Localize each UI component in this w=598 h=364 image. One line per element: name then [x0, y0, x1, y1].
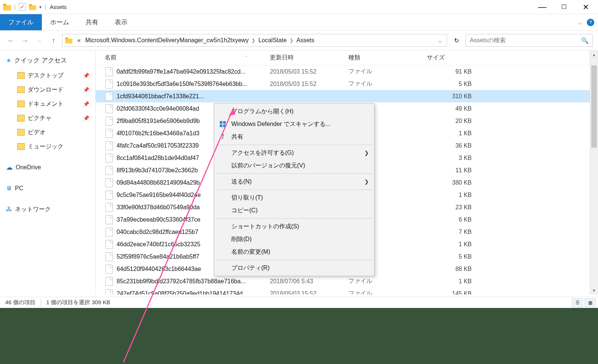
file-name: 85c231bb9f9bdfd23792c4785fb37b88ae716ba.…: [117, 278, 270, 285]
menu-open-with[interactable]: プログラムから開く(H): [215, 105, 373, 118]
file-icon: [105, 277, 113, 286]
pin-icon: 📌: [83, 87, 89, 93]
column-name[interactable]: 名前˄: [96, 54, 270, 62]
status-item-count: 46 個の項目: [0, 299, 41, 306]
file-icon: [105, 67, 113, 76]
address-dropdown-icon[interactable]: ⌵: [436, 37, 444, 44]
file-date: 2018/05/03 15:52: [270, 290, 348, 295]
file-icon: [105, 80, 113, 89]
tab-share[interactable]: 共有: [77, 14, 107, 30]
menu-send-to[interactable]: 送る(N)❯: [215, 175, 373, 188]
file-icon: [105, 141, 113, 150]
sidebar-onedrive[interactable]: ☁ OneDrive: [0, 160, 95, 175]
address-bar[interactable]: « Microsoft.Windows.ContentDeliveryManag…: [62, 34, 447, 47]
qat-dropdown-icon[interactable]: ▾: [39, 4, 41, 10]
menu-rename[interactable]: 名前の変更(M): [215, 246, 373, 258]
menu-cut[interactable]: 切り取り(T): [215, 191, 373, 204]
sidebar-item-videos[interactable]: ビデオ: [0, 125, 95, 139]
file-size: 91 KB: [427, 68, 475, 75]
menu-separator: [216, 260, 373, 260]
annotation-band: [0, 308, 598, 364]
menu-properties[interactable]: プロパティ(R): [215, 262, 373, 274]
menu-copy[interactable]: コピー(C): [215, 204, 373, 217]
file-row[interactable]: 1cfd9344081bbacf7e1338e221...310 KB: [96, 90, 598, 102]
chevron-right-icon[interactable]: ❯: [289, 38, 294, 43]
column-date[interactable]: 更新日時: [270, 54, 348, 62]
sidebar-item-downloads[interactable]: ダウンロード 📌: [0, 83, 95, 97]
qat-checkbox-icon[interactable]: ✓: [19, 3, 26, 11]
scroll-thumb[interactable]: [591, 65, 597, 148]
file-size: 1 KB: [427, 241, 475, 248]
forward-button[interactable]: →: [19, 35, 31, 46]
file-icon: [105, 191, 113, 200]
scroll-down-icon[interactable]: ▼: [590, 286, 598, 294]
vertical-scrollbar[interactable]: ▲ ▼: [590, 50, 598, 294]
pc-icon: 🖥: [6, 185, 12, 192]
menu-defender-scan[interactable]: Windows Defender でスキャンする...: [215, 118, 373, 130]
up-button[interactable]: ↑: [48, 35, 59, 46]
scroll-up-icon[interactable]: ▲: [590, 50, 598, 59]
breadcrumb-2[interactable]: Assets: [294, 37, 317, 44]
menu-grant-access[interactable]: アクセスを許可する(G)❯: [215, 146, 373, 159]
qat-folder-icon[interactable]: [29, 4, 36, 10]
menu-create-shortcut[interactable]: ショートカットの作成(S): [215, 220, 373, 233]
folder-icon: [17, 101, 25, 107]
minimize-button[interactable]: —: [531, 0, 553, 14]
menu-share[interactable]: ⤴ 共有: [215, 130, 373, 143]
file-row[interactable]: 1c0918e393bcf5df3a6e150fe7539f8764eb63bb…: [96, 78, 598, 90]
menu-delete[interactable]: 削除(D): [215, 233, 373, 246]
file-size: 1 KB: [427, 192, 475, 198]
file-size: 36 KB: [427, 142, 475, 149]
sidebar-item-documents[interactable]: ドキュメント 📌: [0, 97, 95, 111]
sidebar-item-pictures[interactable]: ピクチャ 📌: [0, 111, 95, 125]
file-row[interactable]: 0afdf2fb99fa97ffe1a47ba6942e091325fac82c…: [96, 65, 598, 78]
search-box[interactable]: 🔍: [466, 34, 593, 47]
breadcrumb-prefix[interactable]: «: [75, 37, 83, 44]
search-icon[interactable]: 🔍: [581, 37, 589, 44]
maximize-button[interactable]: ☐: [553, 0, 575, 14]
search-input[interactable]: [470, 37, 581, 44]
svg-rect-9: [223, 124, 226, 127]
file-date: 2018/05/03 15:52: [270, 81, 348, 87]
svg-rect-0: [3, 5, 11, 10]
tab-view[interactable]: 表示: [107, 14, 136, 30]
ribbon-collapse-icon[interactable]: ⌵: [576, 18, 585, 27]
status-bar: 46 個の項目 1 個の項目を選択 309 KB ☰ ▦: [0, 297, 598, 308]
svg-rect-5: [65, 37, 68, 39]
history-dropdown[interactable]: ⌵: [34, 35, 45, 46]
file-date: 2018/07/06 5:43: [270, 278, 348, 285]
menu-previous-versions[interactable]: 以前のバージョンの復元(V): [215, 159, 373, 172]
sidebar-pc[interactable]: 🖥 PC: [0, 181, 95, 195]
sidebar-network[interactable]: 🖧 ネットワーク: [0, 202, 95, 216]
breadcrumb-1[interactable]: LocalState: [256, 37, 289, 44]
menu-separator: [216, 189, 373, 190]
file-type: ファイル: [348, 80, 427, 88]
breadcrumb-0[interactable]: Microsoft.Windows.ContentDeliveryManager…: [83, 37, 251, 44]
help-icon[interactable]: ?: [587, 19, 594, 26]
back-button[interactable]: ←: [5, 35, 16, 46]
tab-home[interactable]: ホーム: [42, 14, 77, 30]
view-thumbnails-button[interactable]: ▦: [585, 298, 596, 307]
file-size: 23 KB: [427, 204, 475, 211]
refresh-button[interactable]: ↻: [450, 34, 463, 47]
file-row[interactable]: 85c231bb9f9bdfd23792c4785fb37b88ae716ba.…: [96, 275, 598, 287]
file-icon: [105, 265, 113, 274]
tab-file[interactable]: ファイル: [0, 14, 42, 30]
file-icon: [105, 104, 113, 113]
svg-rect-8: [220, 124, 222, 127]
file-type: ファイル: [348, 290, 427, 294]
file-icon: [105, 117, 113, 126]
file-size: 5 KB: [427, 81, 475, 87]
svg-rect-3: [29, 4, 32, 6]
sidebar-item-music[interactable]: ミュージック: [0, 139, 95, 154]
sidebar-item-desktop[interactable]: デスクトップ 📌: [0, 68, 95, 83]
file-size: 3 KB: [427, 155, 475, 161]
sidebar-quick-access[interactable]: ★ クイック アクセス: [0, 52, 95, 68]
column-type[interactable]: 種類: [348, 54, 427, 62]
close-button[interactable]: ✕: [575, 0, 597, 14]
column-size[interactable]: サイズ: [427, 54, 479, 62]
file-size: 380 KB: [427, 179, 475, 186]
chevron-right-icon[interactable]: ❯: [251, 38, 256, 43]
file-row[interactable]: 242ef74d51c5a08f25b250a9ed1bb194141734d.…: [96, 287, 598, 294]
view-details-button[interactable]: ☰: [572, 298, 583, 307]
